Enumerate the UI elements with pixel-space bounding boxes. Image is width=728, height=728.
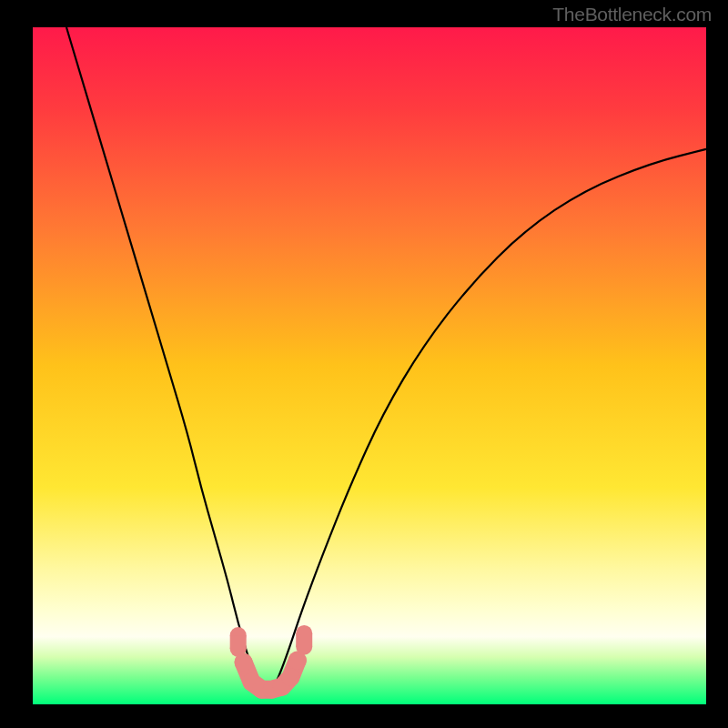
bottleneck-chart <box>0 0 728 728</box>
watermark-text: TheBottleneck.com <box>552 4 712 25</box>
svg-rect-3 <box>230 635 247 649</box>
chart-container: TheBottleneck.com <box>0 0 728 728</box>
svg-point-9 <box>281 668 299 686</box>
svg-rect-0 <box>33 27 706 704</box>
svg-rect-13 <box>296 633 312 647</box>
svg-point-4 <box>235 653 253 672</box>
